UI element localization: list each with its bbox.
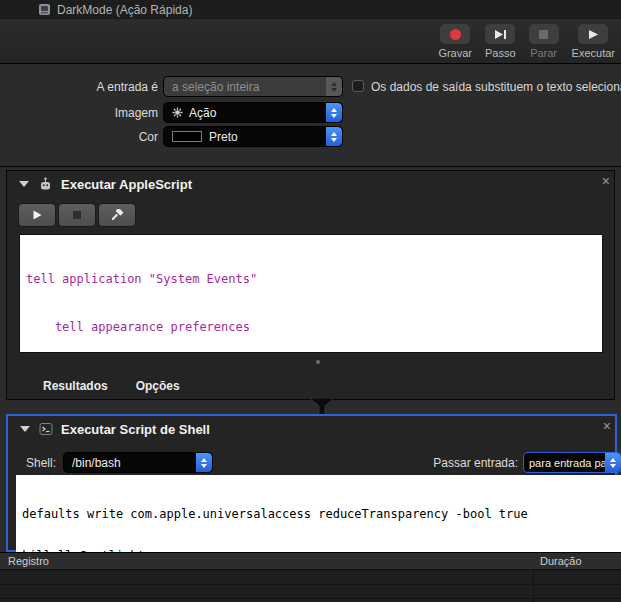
resize-handle[interactable] <box>316 360 320 364</box>
shell-action-header[interactable]: Executar Script de Shell × <box>8 416 615 442</box>
step-icon <box>493 28 507 41</box>
close-action-icon[interactable]: × <box>603 419 611 433</box>
pass-input-label: Passar entrada: <box>406 456 518 470</box>
log-pane: Registro Duração <box>0 552 621 602</box>
tab-opcoes[interactable]: Opções <box>136 379 180 393</box>
record-button[interactable]: Gravar <box>438 24 472 59</box>
stop-icon <box>539 30 548 39</box>
output-replace-label: Os dados de saída substituem o texto sel… <box>371 80 621 94</box>
toolbar: Gravar Passo Parar Executar <box>0 19 621 63</box>
applescript-icon <box>38 177 53 192</box>
tab-resultados[interactable]: Resultados <box>43 379 108 393</box>
stop-button: Parar <box>529 24 559 59</box>
log-column-duracao: Duração <box>540 555 582 567</box>
popup-chevrons-icon <box>605 453 621 472</box>
step-button[interactable]: Passo <box>485 24 516 59</box>
shell-label: Shell: <box>26 456 56 470</box>
applescript-action-block[interactable]: Executar AppleScript × tell application … <box>6 170 615 400</box>
run-icon <box>587 28 599 41</box>
image-popup-value: Ação <box>189 106 216 120</box>
applescript-action-title: Executar AppleScript <box>61 177 192 192</box>
log-row-separator <box>0 584 621 585</box>
color-label: Cor <box>60 130 158 144</box>
shell-action-title: Executar Script de Shell <box>61 422 210 437</box>
shell-code-editor[interactable]: defaults write com.apple.universalaccess… <box>16 475 621 552</box>
document-icon <box>38 3 51 16</box>
record-button-label: Gravar <box>438 47 472 59</box>
popup-chevrons-icon <box>196 453 212 472</box>
disclosure-triangle-icon[interactable] <box>19 181 29 187</box>
shell-script-icon <box>39 422 53 436</box>
action-connector-icon <box>306 398 338 415</box>
script-stop-button <box>59 204 95 226</box>
pass-input-popup[interactable]: para entrada padrão <box>524 453 621 472</box>
run-button[interactable]: Executar <box>572 24 615 59</box>
shell-popup[interactable]: /bin/bash <box>64 453 212 472</box>
log-column-registro: Registro <box>8 555 49 567</box>
color-popup-value: Preto <box>209 130 238 144</box>
shell-popup-value: /bin/bash <box>72 456 121 470</box>
applescript-action-header[interactable]: Executar AppleScript × <box>7 171 614 197</box>
title-bar: DarkMode (Ação Rápida) <box>0 0 621 19</box>
step-button-label: Passo <box>485 47 516 59</box>
run-button-label: Executar <box>572 47 615 59</box>
log-row-separator <box>0 598 621 599</box>
shell-action-block[interactable]: Executar Script de Shell × Shell: /bin/b… <box>6 414 617 552</box>
popup-chevrons-icon <box>326 127 342 146</box>
color-swatch <box>172 131 202 142</box>
popup-chevrons-icon <box>326 77 342 96</box>
popup-chevrons-icon <box>326 103 342 122</box>
color-popup[interactable]: Preto <box>164 127 342 146</box>
window-title: DarkMode (Ação Rápida) <box>57 3 192 17</box>
toolbar-separator <box>0 63 621 64</box>
applescript-code-editor[interactable]: tell application "System Events" tell ap… <box>19 234 603 353</box>
code-line: defaults write com.apple.universalaccess… <box>22 507 616 521</box>
input-is-label: A entrada é <box>60 80 158 94</box>
code-line: tell application "System Events" <box>26 271 596 287</box>
gear-icon <box>172 107 183 118</box>
stop-button-label: Parar <box>530 47 557 59</box>
image-label: Imagem <box>60 106 158 120</box>
input-is-popup: a seleção inteira <box>164 77 342 96</box>
form-separator <box>0 166 621 167</box>
disclosure-triangle-icon[interactable] <box>20 426 30 432</box>
input-is-value: a seleção inteira <box>172 80 259 94</box>
output-replace-checkbox[interactable] <box>352 80 364 92</box>
script-compile-hammer-button[interactable] <box>99 204 135 226</box>
script-run-button[interactable] <box>19 204 55 226</box>
close-action-icon[interactable]: × <box>602 174 610 188</box>
record-icon <box>450 29 461 40</box>
log-header: Registro Duração <box>0 553 621 570</box>
code-line: tell appearance preferences <box>26 319 596 335</box>
image-popup[interactable]: Ação <box>164 103 342 122</box>
